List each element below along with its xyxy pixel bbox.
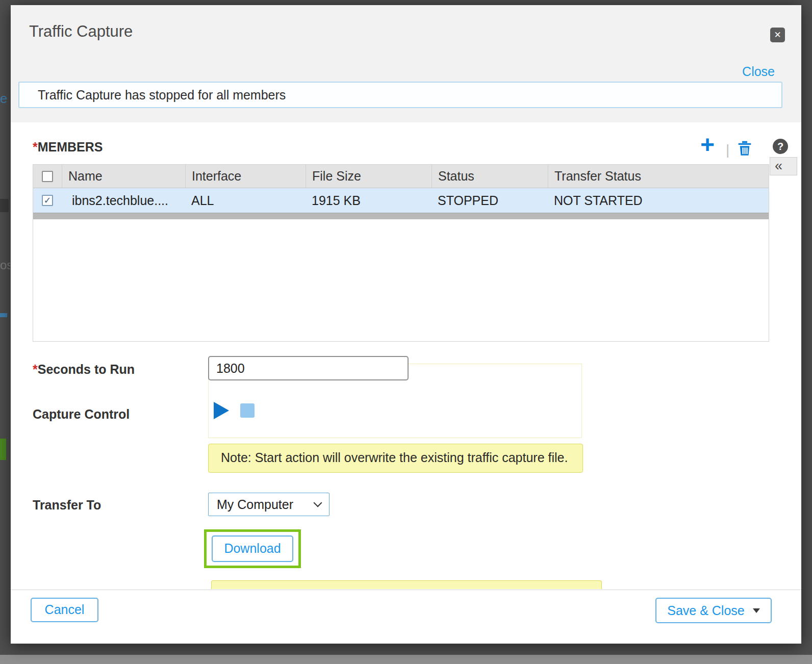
save-and-close-label: Save & Close — [667, 603, 744, 618]
capture-control-label: Capture Control — [33, 407, 130, 422]
background-page-fragment — [0, 313, 7, 317]
transfer-to-label: Transfer To — [33, 498, 101, 513]
save-and-close-button[interactable]: Save & Close — [655, 598, 772, 623]
delete-member-icon[interactable] — [737, 140, 752, 156]
column-header-interface[interactable]: Interface — [185, 165, 306, 188]
horizontal-scrollbar[interactable] — [33, 213, 769, 219]
start-capture-icon[interactable] — [214, 402, 229, 419]
members-table-header: Name Interface File Size Status Transfer… — [33, 165, 769, 188]
row-transfer-status: NOT STARTED — [548, 193, 769, 208]
members-table: Name Interface File Size Status Transfer… — [33, 164, 769, 342]
table-row[interactable]: ✓ ibns2.techblue.... ALL 1915 KB STOPPED… — [33, 188, 769, 213]
column-header-transfer-status[interactable]: Transfer Status — [548, 165, 769, 188]
seconds-to-run-input[interactable] — [208, 356, 409, 380]
notification-message: Traffic Capture has stopped for all memb… — [18, 82, 782, 108]
background-statusbar-fragment — [0, 655, 812, 664]
clipped-note-box — [211, 580, 602, 589]
row-name: ibns2.techblue.... — [62, 193, 185, 208]
row-checkbox[interactable]: ✓ — [42, 195, 53, 206]
caret-down-icon — [753, 608, 760, 613]
background-page-fragment: e | — [0, 91, 10, 107]
column-header-status[interactable]: Status — [432, 165, 548, 188]
row-file-size: 1915 KB — [306, 193, 432, 208]
select-all-cell — [33, 165, 62, 188]
overwrite-note: Note: Start action will overwrite the ex… — [208, 444, 583, 473]
cancel-button[interactable]: Cancel — [31, 598, 98, 622]
column-header-file-size[interactable]: File Size — [306, 165, 432, 188]
download-button[interactable]: Download — [212, 535, 293, 562]
collapse-panel-icon[interactable]: « — [770, 157, 797, 175]
seconds-to-run-label: *Seconds to Run — [33, 362, 135, 377]
members-section-label: *MEMBERS — [33, 140, 103, 155]
column-header-name[interactable]: Name — [62, 165, 185, 188]
seconds-to-run-label-text: Seconds to Run — [38, 362, 135, 376]
background-page-fragment — [0, 199, 9, 212]
close-link[interactable]: Close — [735, 64, 775, 79]
stop-capture-icon[interactable] — [240, 403, 255, 418]
background-page-fragment — [0, 439, 6, 460]
required-asterisk: * — [33, 140, 38, 154]
chevron-down-icon — [314, 499, 322, 507]
add-member-icon[interactable]: + — [700, 133, 715, 157]
help-icon[interactable]: ? — [773, 139, 788, 154]
row-status: STOPPED — [432, 193, 548, 208]
select-all-checkbox[interactable] — [42, 171, 53, 182]
row-checkbox-cell: ✓ — [33, 195, 62, 206]
transfer-to-select[interactable]: My Computer — [208, 493, 329, 516]
transfer-to-selected-value: My Computer — [217, 497, 293, 512]
background-page-fragment: os — [0, 258, 10, 272]
traffic-capture-dialog: Traffic Capture ✕ Close Traffic Capture … — [11, 5, 801, 644]
members-label-text: MEMBERS — [38, 140, 103, 154]
required-asterisk: * — [33, 362, 38, 376]
toolbar-divider: | — [726, 142, 729, 158]
close-icon[interactable]: ✕ — [770, 28, 785, 42]
row-interface: ALL — [185, 193, 306, 208]
dialog-title: Traffic Capture — [29, 22, 133, 41]
